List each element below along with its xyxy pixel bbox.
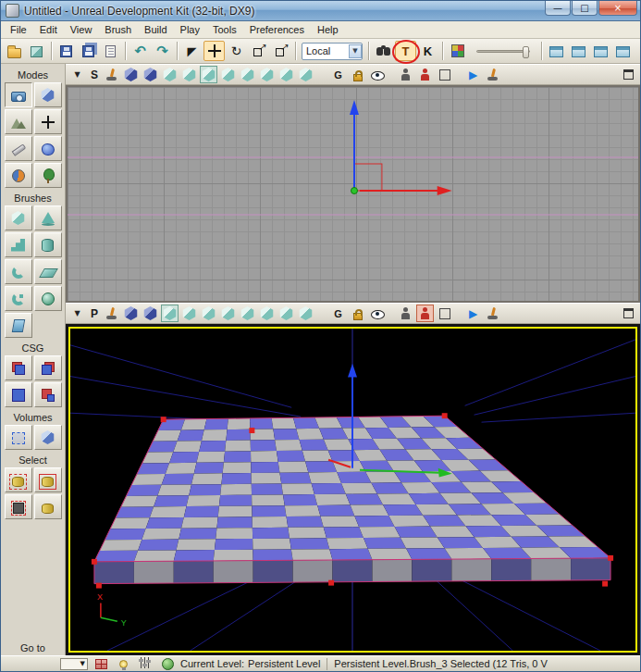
rotate-tool-button[interactable]: ↻ [226, 41, 247, 61]
scale-tool-button[interactable]: ↗ [248, 41, 269, 61]
viewmode-light-complexity-button[interactable] [239, 305, 256, 322]
maximize-button[interactable]: □ [572, 1, 598, 16]
show-flags-button[interactable] [368, 66, 386, 83]
select-all-button[interactable] [5, 467, 32, 492]
csg-deintersect-button[interactable] [34, 382, 62, 407]
lock-selected-actors-button[interactable] [397, 66, 414, 83]
viewmode-lit-button[interactable] [180, 66, 198, 83]
menu-build[interactable]: Build [138, 22, 173, 37]
select-matching-button[interactable] [34, 467, 62, 492]
brush-frame-button[interactable] [436, 305, 453, 322]
select-translucent-button[interactable] [416, 305, 434, 322]
mode-foliage-button[interactable] [34, 163, 62, 188]
menu-view[interactable]: View [64, 22, 99, 37]
viewmode-shader-complexity-button[interactable] [277, 66, 295, 83]
texture-alignment-button[interactable]: T [395, 41, 416, 61]
preview-settings-button[interactable] [136, 657, 154, 671]
viewmode-wireframe-button[interactable] [122, 66, 140, 83]
select-translucent-button[interactable] [416, 66, 434, 83]
brush-cylinder-button[interactable] [34, 232, 62, 257]
open-package-button[interactable] [26, 41, 47, 61]
brush-spiral-staircase-button[interactable] [5, 286, 32, 311]
brush-cube-button[interactable] [5, 205, 32, 230]
brush-volumetric-button[interactable] [5, 313, 32, 338]
translate-tool-button[interactable] [203, 41, 225, 61]
titlebar[interactable]: Untitled - Unreal Development Kit (32-bi… [1, 1, 640, 21]
scale-nonuniform-tool-button[interactable]: ↗ [270, 41, 291, 61]
viewmode-lightmap-density-button[interactable] [297, 66, 314, 83]
viewport-type-label[interactable]: S [88, 68, 101, 81]
realtime-button[interactable]: ▶ [464, 66, 482, 83]
camera-speed-button[interactable] [484, 305, 501, 322]
lighting-quality-button[interactable] [114, 657, 132, 671]
current-level-value[interactable]: Persistent Level [248, 658, 320, 669]
pilot-mode-button[interactable] [103, 305, 120, 322]
save-all-button[interactable] [78, 41, 99, 61]
viewport-options-button[interactable]: ▼ [68, 66, 86, 83]
export-button[interactable] [100, 41, 121, 61]
viewport-options-button[interactable]: ▼ [68, 305, 86, 322]
viewmode-brush-wireframe-button[interactable] [142, 66, 159, 83]
viewmode-texture-density-button[interactable] [258, 305, 276, 322]
lock-viewport-button[interactable] [349, 305, 366, 322]
viewport-type-label[interactable]: P [88, 307, 101, 320]
show-flags-button[interactable] [368, 305, 386, 322]
transform-widget[interactable] [350, 100, 452, 195]
viewmode-lit-button[interactable] [180, 305, 198, 322]
viewmode-brush-wireframe-button[interactable] [142, 305, 159, 322]
mode-translate-button[interactable] [34, 109, 62, 134]
statusbar-dropdown[interactable]: ▼ [60, 658, 88, 670]
viewmode-lighting-only-button[interactable] [219, 305, 237, 322]
select-tool-button[interactable]: ◤ [181, 41, 203, 61]
selected-brush-outline[interactable] [354, 164, 382, 191]
undo-button[interactable]: ↶ [129, 41, 151, 61]
mode-geometry-button[interactable] [34, 82, 62, 107]
lock-viewport-button[interactable] [349, 66, 366, 83]
minimize-button[interactable]: — [545, 1, 571, 16]
viewport-perspective[interactable]: X Y [68, 327, 637, 653]
menu-brush[interactable]: Brush [98, 22, 138, 37]
viewmode-texture-density-button[interactable] [258, 66, 276, 83]
maximize-viewport-button[interactable] [620, 66, 637, 83]
toolbar-window-button-1[interactable] [546, 41, 567, 61]
brush-curved-staircase-button[interactable] [5, 259, 32, 284]
menu-help[interactable]: Help [311, 22, 345, 37]
viewmode-unlit-button[interactable] [161, 66, 179, 83]
menu-edit[interactable]: Edit [33, 22, 64, 37]
brush-staircase-button[interactable] [5, 232, 32, 257]
menu-play[interactable]: Play [174, 22, 206, 37]
viewmode-detail-lighting-button[interactable] [200, 66, 217, 83]
brush-frame-button[interactable] [436, 66, 453, 83]
camera-speed-button[interactable] [484, 66, 501, 83]
camera-speed-slider[interactable] [476, 50, 530, 53]
brush-cone-button[interactable] [34, 205, 62, 230]
kismet-button[interactable]: K [417, 41, 438, 61]
viewmode-wireframe-button[interactable] [122, 305, 140, 322]
game-view-button[interactable]: G [329, 305, 347, 322]
slider-handle[interactable] [523, 46, 529, 58]
maximize-viewport-button[interactable] [620, 305, 637, 322]
toolbar-window-button-2[interactable] [568, 41, 589, 61]
map-check-button[interactable] [92, 657, 110, 671]
csg-intersect-button[interactable] [5, 382, 32, 407]
close-button[interactable]: × [598, 1, 637, 16]
pilot-mode-button[interactable] [103, 66, 120, 83]
viewmode-detail-lighting-button[interactable] [200, 305, 217, 322]
lock-selected-actors-button[interactable] [397, 305, 414, 322]
search-actors-button[interactable] [373, 41, 394, 61]
redo-button[interactable]: ↷ [152, 41, 173, 61]
coordinate-space-select[interactable]: Local ▼ [302, 43, 363, 60]
mode-mesh-paint-button[interactable] [34, 136, 62, 161]
select-none-button[interactable] [5, 494, 32, 519]
menu-preferences[interactable]: Preferences [243, 22, 311, 37]
mode-camera-button[interactable] [5, 82, 32, 107]
csg-add-button[interactable] [5, 355, 32, 380]
menu-tools[interactable]: Tools [206, 22, 243, 37]
viewmode-lighting-only-button[interactable] [219, 66, 237, 83]
menu-file[interactable]: File [4, 22, 33, 37]
viewmode-lightmap-density-button[interactable] [297, 305, 314, 322]
mode-landscape-button[interactable] [5, 163, 32, 188]
viewmode-light-complexity-button[interactable] [239, 66, 256, 83]
add-blocking-volume-button[interactable] [34, 425, 62, 450]
viewmode-unlit-button[interactable] [161, 305, 179, 322]
